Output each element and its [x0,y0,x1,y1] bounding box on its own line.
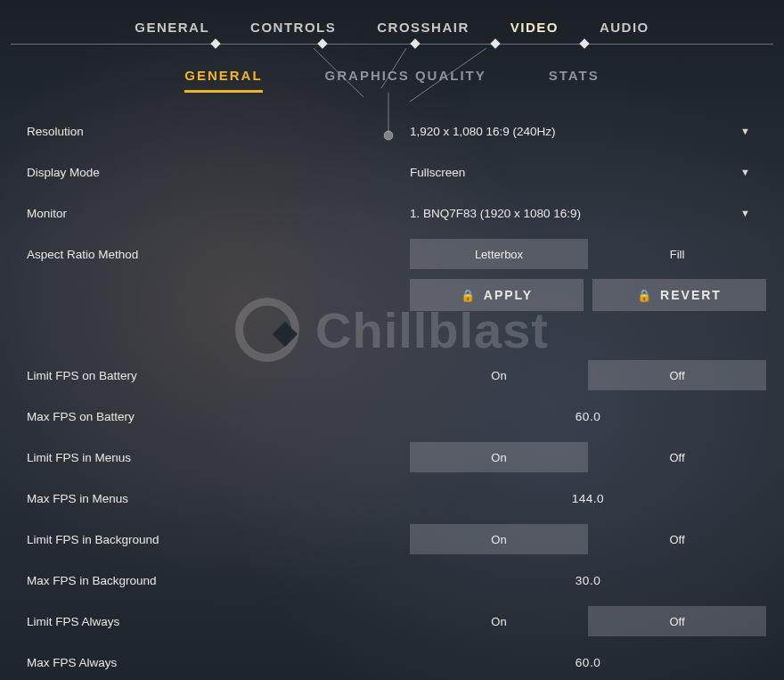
label-limit-fps-battery: Limit FPS on Battery [27,369,410,382]
row-actions: 🔒 APPLY 🔒 REVERT [27,274,766,315]
limit-fps-always-on[interactable]: On [410,606,588,636]
row-limit-fps-menus: Limit FPS in Menus On Off [27,437,766,478]
subtab-general[interactable]: GENERAL [184,68,262,93]
row-max-fps-battery: Max FPS on Battery 60.0 [27,396,766,437]
toggle-limit-fps-bg: On Off [410,524,766,554]
settings-panel: Resolution 1,920 x 1,080 16:9 (240Hz) ▼ … [0,100,784,680]
dropdown-resolution[interactable]: 1,920 x 1,080 16:9 (240Hz) ▼ [410,125,766,138]
row-limit-fps-bg: Limit FPS in Background On Off [27,519,766,560]
row-limit-fps-battery: Limit FPS on Battery On Off [27,355,766,396]
subtab-stats[interactable]: STATS [549,68,600,93]
limit-fps-menus-off[interactable]: Off [588,442,766,472]
row-max-fps-bg: Max FPS in Background 30.0 [27,560,766,601]
label-max-fps-menus: Max FPS in Menus [27,492,410,505]
row-resolution: Resolution 1,920 x 1,080 16:9 (240Hz) ▼ [27,111,766,152]
toggle-limit-fps-battery: On Off [410,360,766,390]
limit-fps-bg-off[interactable]: Off [588,524,766,554]
row-max-fps-menus: Max FPS in Menus 144.0 [27,478,766,519]
limit-fps-menus-on[interactable]: On [410,442,588,472]
lock-icon: 🔒 [461,289,477,302]
limit-fps-battery-on[interactable]: On [410,360,588,390]
sub-nav: GENERAL GRAPHICS QUALITY STATS [0,45,784,100]
lock-icon: 🔒 [637,289,653,302]
action-row: 🔒 APPLY 🔒 REVERT [410,279,766,311]
apply-label: APPLY [484,288,533,302]
limit-fps-bg-on[interactable]: On [410,524,588,554]
row-limit-fps-always: Limit FPS Always On Off [27,601,766,642]
top-nav: GENERAL CONTROLS CROSSHAIR VIDEO AUDIO [0,0,784,44]
aspect-ratio-letterbox[interactable]: Letterbox [410,239,588,269]
slider-max-fps-bg[interactable]: 30.0 [410,574,766,587]
subtab-graphics-quality[interactable]: GRAPHICS QUALITY [325,68,486,93]
slider-max-fps-battery[interactable]: 60.0 [410,410,766,423]
tab-controls[interactable]: CONTROLS [250,20,336,35]
limit-fps-battery-off[interactable]: Off [588,360,766,390]
label-limit-fps-bg: Limit FPS in Background [27,533,410,546]
dropdown-monitor[interactable]: 1. BNQ7F83 (1920 x 1080 16:9) ▼ [410,207,766,220]
chevron-down-icon: ▼ [740,167,750,177]
label-max-fps-battery: Max FPS on Battery [27,410,410,423]
slider-max-fps-menus[interactable]: 144.0 [410,492,766,505]
value-monitor: 1. BNQ7F83 (1920 x 1080 16:9) [410,207,581,220]
apply-button[interactable]: 🔒 APPLY [410,279,584,311]
revert-label: REVERT [660,288,722,302]
limit-fps-always-off[interactable]: Off [588,606,766,636]
chevron-down-icon: ▼ [740,126,750,136]
value-resolution: 1,920 x 1,080 16:9 (240Hz) [410,125,556,138]
toggle-limit-fps-menus: On Off [410,442,766,472]
slider-max-fps-always[interactable]: 60.0 [410,656,766,669]
chevron-down-icon: ▼ [740,208,750,218]
row-monitor: Monitor 1. BNQ7F83 (1920 x 1080 16:9) ▼ [27,193,766,233]
row-aspect-ratio: Aspect Ratio Method Letterbox Fill [27,233,766,274]
row-display-mode: Display Mode Fullscreen ▼ [27,152,766,193]
label-display-mode: Display Mode [27,166,410,179]
label-resolution: Resolution [27,125,410,138]
tab-general-top[interactable]: GENERAL [135,20,209,35]
label-aspect-ratio: Aspect Ratio Method [27,248,410,261]
label-limit-fps-always: Limit FPS Always [27,615,410,628]
tab-audio[interactable]: AUDIO [600,20,649,35]
toggle-aspect-ratio: Letterbox Fill [410,239,766,269]
tab-video[interactable]: VIDEO [510,20,559,35]
label-limit-fps-menus: Limit FPS in Menus [27,451,410,464]
tab-crosshair[interactable]: CROSSHAIR [377,20,470,35]
label-monitor: Monitor [27,207,410,220]
value-display-mode: Fullscreen [410,166,465,179]
label-max-fps-always: Max FPS Always [27,656,410,669]
toggle-limit-fps-always: On Off [410,606,766,636]
section-gap [27,315,766,355]
label-max-fps-bg: Max FPS in Background [27,574,410,587]
dropdown-display-mode[interactable]: Fullscreen ▼ [410,166,766,179]
aspect-ratio-fill[interactable]: Fill [588,239,766,269]
revert-button[interactable]: 🔒 REVERT [592,279,766,311]
row-max-fps-always: Max FPS Always 60.0 [27,642,766,680]
